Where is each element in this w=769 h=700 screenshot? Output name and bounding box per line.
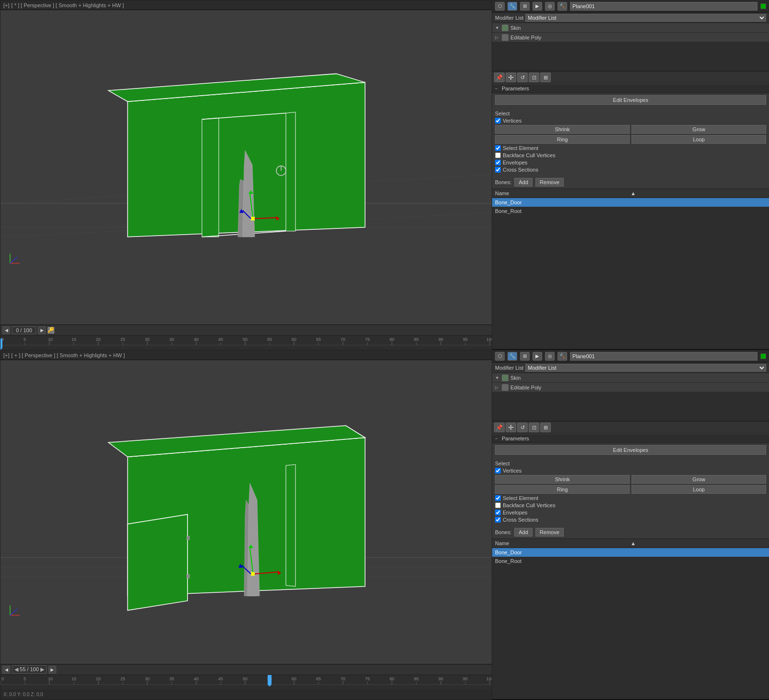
create-icon-btn[interactable]: ⬡ — [495, 2, 505, 11]
top-modifier-list-dropdown[interactable]: Modifier List — [525, 14, 766, 22]
bottom-backface-cull-row: Backface Cull Vertices — [495, 502, 766, 508]
bottom-remove-bone-btn[interactable]: Remove — [535, 528, 564, 537]
top-shrink-btn[interactable]: Shrink — [495, 125, 630, 134]
bottom-motion-icon-btn[interactable]: ▶ — [533, 352, 542, 361]
bottom-move-tool[interactable]: ✛ — [506, 423, 516, 432]
svg-marker-15 — [286, 112, 296, 231]
top-object-name-field[interactable] — [570, 2, 757, 11]
top-skin-modifier[interactable]: ▼ Skin — [492, 23, 769, 33]
top-rotate-tool[interactable]: ↺ — [517, 73, 528, 82]
bottom-backface-cull-checkbox[interactable] — [495, 502, 501, 508]
top-object-color-dot[interactable] — [760, 3, 766, 9]
bottom-rotate-tool[interactable]: ↺ — [517, 423, 528, 432]
params-collapse-icon[interactable]: − — [495, 86, 500, 91]
top-select-section: Select Vertices Shrink Grow Ring Loop Se… — [492, 109, 769, 176]
bottom-edit-envelopes-btn[interactable]: Edit Envelopes — [495, 445, 766, 455]
bottom-modify-icon-btn[interactable]: 🔧 — [508, 352, 517, 361]
top-scale-tool[interactable]: ⊡ — [529, 73, 539, 82]
skin-expand-icon: ▼ — [495, 25, 500, 30]
top-remove-bone-btn[interactable]: Remove — [535, 178, 564, 187]
bottom-create-icon-btn[interactable]: ⬡ — [495, 352, 505, 361]
top-select-element-row: Select Element — [495, 145, 766, 151]
top-viewport-plus[interactable]: [+] — [3, 2, 10, 8]
bottom-timeline-controls: ◀ ◀ 55 / 100 ▶ ▶ — [0, 664, 492, 675]
bottom-vertices-checkbox[interactable] — [495, 468, 501, 474]
bottom-viewport-header: [+] [ + ] [ Perspective ] [ Smooth + Hig… — [0, 350, 492, 360]
bottom-pin-tool[interactable]: 📌 — [494, 423, 505, 432]
bottom-viewport-canvas[interactable] — [0, 360, 492, 664]
utilities-icon-btn[interactable]: 🔨 — [558, 2, 567, 11]
top-vertices-checkbox[interactable] — [495, 118, 501, 124]
top-pin-tool[interactable]: 📌 — [494, 73, 505, 82]
top-timeline-controls: ◀ 0 / 100 ▶ 🔑 — [0, 325, 492, 336]
bottom-skin-modifier[interactable]: ▼ Skin — [492, 373, 769, 383]
top-backface-cull-checkbox[interactable] — [495, 152, 501, 158]
bottom-modifier-list-dropdown[interactable]: Modifier List — [525, 364, 766, 372]
top-move-tool[interactable]: ✛ — [506, 73, 516, 82]
top-bones-list: Bone_Door Bone_Root — [492, 198, 769, 349]
top-edit-envelopes-btn[interactable]: Edit Envelopes — [495, 95, 766, 105]
bottom-object-color-dot[interactable] — [760, 353, 766, 359]
bottom-grow-btn[interactable]: Grow — [632, 475, 766, 484]
bottom-hierarchy-icon-btn[interactable]: ⊞ — [520, 352, 530, 361]
top-backface-cull-label: Backface Cull Vertices — [503, 152, 555, 158]
top-cross-sections-checkbox[interactable] — [495, 167, 501, 173]
top-frame-counter[interactable]: 0 / 100 — [12, 326, 36, 334]
bottom-ring-btn[interactable]: Ring — [495, 485, 630, 494]
bottom-extra-tool[interactable]: ⊞ — [540, 423, 551, 432]
top-viewport-header: [+] [ * ] [ Perspective ] [ Smooth + Hig… — [0, 0, 492, 10]
top-timeline-ruler[interactable]: 0 5 10 15 20 25 30 35 — [0, 336, 492, 350]
poly-expand-icon: ▷ — [495, 35, 500, 40]
bottom-params-collapse-icon[interactable]: − — [495, 436, 500, 441]
top-add-bone-btn[interactable]: Add — [514, 178, 533, 187]
prev-frame-btn[interactable]: ◀ — [2, 326, 10, 334]
viewport-area: [+] [ * ] [ Perspective ] [ Smooth + Hig… — [0, 0, 492, 700]
top-bone-door-item[interactable]: Bone_Door — [492, 198, 769, 207]
hierarchy-icon-btn[interactable]: ⊞ — [520, 2, 530, 11]
svg-text:25: 25 — [121, 337, 125, 342]
top-select-label: Select — [495, 111, 766, 116]
bottom-bones-list: Bone_Door Bone_Root — [492, 548, 769, 699]
display-icon-btn[interactable]: ◎ — [545, 2, 555, 11]
svg-marker-76 — [0, 338, 2, 350]
svg-text:45: 45 — [218, 676, 223, 681]
bottom-timeline-ruler[interactable]: 0 5 10 15 20 25 30 35 — [0, 675, 492, 689]
top-loop-btn[interactable]: Loop — [632, 135, 766, 144]
bottom-frame-counter[interactable]: ◀ 55 / 100 ▶ — [12, 665, 47, 674]
bottom-cross-sections-checkbox[interactable] — [495, 517, 501, 523]
bottom-prev-frame-btn[interactable]: ◀ — [2, 666, 10, 674]
bottom-envelopes-checkbox[interactable] — [495, 510, 501, 515]
top-ring-btn[interactable]: Ring — [495, 135, 630, 144]
bottom-editable-poly-modifier[interactable]: ▷ Editable Poly — [492, 383, 769, 392]
bottom-loop-btn[interactable]: Loop — [632, 485, 766, 494]
bottom-object-name-field[interactable] — [570, 352, 757, 361]
svg-text:35: 35 — [169, 676, 174, 681]
top-envelopes-checkbox[interactable] — [495, 160, 501, 165]
bottom-utilities-icon-btn[interactable]: 🔨 — [558, 352, 567, 361]
bottom-display-icon-btn[interactable]: ◎ — [545, 352, 555, 361]
bottom-select-element-checkbox[interactable] — [495, 495, 501, 501]
top-select-element-checkbox[interactable] — [495, 145, 501, 151]
bottom-add-bone-btn[interactable]: Add — [514, 528, 533, 537]
bottom-bone-door-item[interactable]: Bone_Door — [492, 548, 769, 557]
bottom-shrink-btn[interactable]: Shrink — [495, 475, 630, 484]
svg-rect-86 — [186, 536, 189, 540]
bottom-next-frame-btn[interactable]: ▶ — [49, 666, 56, 674]
bottom-scale-tool[interactable]: ⊡ — [529, 423, 539, 432]
next-frame-btn[interactable]: ▶ — [38, 326, 46, 334]
top-modifier-list-header: Modifier List Modifier List — [492, 12, 769, 23]
top-editable-poly-modifier[interactable]: ▷ Editable Poly — [492, 33, 769, 42]
top-envelopes-row: Envelopes — [495, 160, 766, 165]
svg-marker-144 — [268, 675, 272, 687]
bottom-viewport-plus[interactable]: [+] — [3, 352, 10, 358]
motion-icon-btn[interactable]: ▶ — [533, 2, 542, 11]
bottom-bone-root-item[interactable]: Bone_Root — [492, 557, 769, 565]
top-grow-btn[interactable]: Grow — [632, 125, 766, 134]
svg-text:85: 85 — [414, 676, 419, 681]
top-extra-tool[interactable]: ⊞ — [540, 73, 551, 82]
modify-icon-btn[interactable]: 🔧 — [508, 2, 517, 11]
top-viewport-canvas[interactable] — [0, 10, 492, 325]
bottom-envelopes-row: Envelopes — [495, 510, 766, 515]
top-bone-root-item[interactable]: Bone_Root — [492, 207, 769, 215]
bottom-vertices-row: Vertices — [495, 468, 766, 474]
